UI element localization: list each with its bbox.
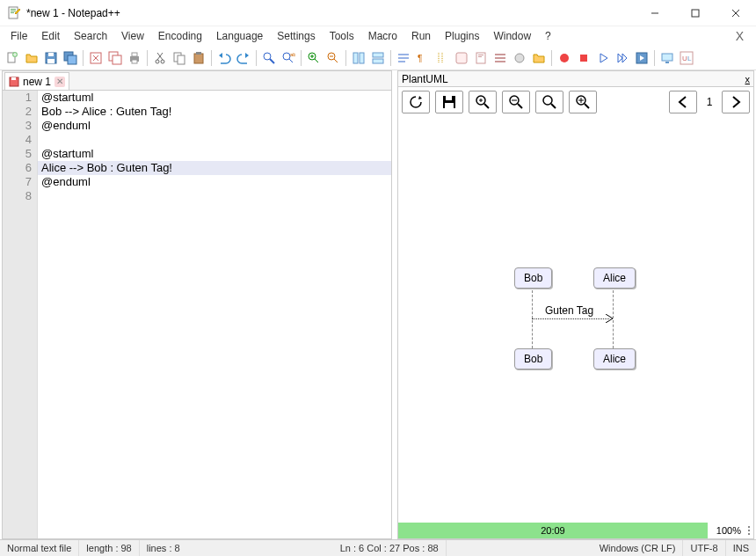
svg-rect-14 (47, 59, 55, 63)
close-button[interactable] (716, 0, 756, 26)
status-eol: Windows (CR LF) (592, 540, 684, 556)
menu-macro[interactable]: Macro (361, 28, 404, 44)
monitor-icon[interactable] (658, 49, 676, 67)
svg-rect-45 (353, 53, 358, 63)
code-editor[interactable]: 12345678 @startumlBob --> Alice : Guten … (3, 91, 391, 538)
udl-icon[interactable] (453, 49, 470, 67)
menu-close-x[interactable]: X (727, 29, 752, 43)
doc-map-icon[interactable] (472, 49, 490, 67)
find-icon[interactable] (260, 49, 278, 67)
svg-line-34 (270, 59, 274, 63)
all-chars-icon[interactable]: ¶ (414, 49, 432, 67)
menu-encoding[interactable]: Encoding (151, 28, 209, 44)
svg-rect-5 (692, 10, 699, 17)
sync-h-icon[interactable] (369, 49, 387, 67)
diagram-preview[interactable]: Bob Alice Guten Tag Bob Alice (398, 117, 753, 523)
toolbar: ab ¶ UL (0, 46, 756, 70)
svg-point-33 (264, 53, 271, 60)
menu-file[interactable]: File (4, 28, 34, 44)
refresh-button[interactable] (402, 91, 430, 113)
record-macro-icon[interactable] (556, 49, 573, 67)
menu-run[interactable]: Run (404, 28, 438, 44)
svg-rect-21 (113, 55, 121, 64)
plantuml-panel: PlantUML x 1 Bob Alice Guten Tag (397, 70, 754, 539)
tab-new1[interactable]: new 1 ✕ (4, 72, 69, 90)
menu-view[interactable]: View (114, 28, 151, 44)
undo-icon[interactable] (215, 49, 233, 67)
open-file-icon[interactable] (23, 49, 40, 67)
zoom-out-icon[interactable] (324, 49, 342, 67)
page-number: 1 (702, 96, 716, 108)
zoom-in-icon[interactable] (305, 49, 323, 67)
save-diagram-button[interactable] (435, 91, 463, 113)
zoom-fit-button[interactable] (469, 91, 497, 113)
progress-bar: 20:09 100% (398, 523, 753, 538)
line-gutter: 12345678 (3, 91, 38, 538)
play-multi-icon[interactable] (614, 49, 631, 67)
svg-line-44 (334, 59, 338, 62)
menu-search[interactable]: Search (67, 28, 114, 44)
close-file-icon[interactable] (87, 49, 105, 67)
svg-rect-75 (445, 103, 454, 108)
close-all-icon[interactable] (106, 49, 124, 67)
svg-point-63 (560, 54, 569, 62)
unsaved-icon (9, 77, 19, 87)
save-icon[interactable] (42, 49, 60, 67)
menu-tools[interactable]: Tools (323, 28, 361, 44)
code-area[interactable]: @startumlBob --> Alice : Guten Tag!@endu… (38, 91, 391, 538)
play-macro-icon[interactable] (594, 49, 612, 67)
func-list-icon[interactable] (511, 49, 528, 67)
save-macro-icon[interactable] (633, 49, 651, 67)
redo-icon[interactable] (235, 49, 252, 67)
svg-rect-32 (196, 52, 201, 55)
replace-icon[interactable]: ab (280, 49, 297, 67)
svg-point-62 (515, 54, 524, 62)
svg-rect-64 (580, 55, 587, 62)
panel-toolbar: 1 (398, 87, 753, 117)
menu-settings[interactable]: Settings (270, 28, 322, 44)
minimize-button[interactable] (635, 0, 675, 26)
new-file-icon[interactable] (4, 49, 21, 67)
menu-window[interactable]: Window (486, 28, 538, 44)
progress-fill: 20:09 (398, 523, 708, 538)
actor-box: Alice (593, 348, 636, 369)
svg-rect-56 (476, 53, 485, 63)
svg-line-81 (518, 104, 522, 108)
svg-line-84 (551, 104, 556, 108)
maximize-button[interactable] (675, 0, 716, 26)
tab-close-icon[interactable]: ✕ (55, 77, 65, 87)
menu-bar: File Edit Search View Encoding Language … (0, 26, 756, 46)
svg-rect-55 (456, 53, 467, 63)
next-page-button[interactable] (722, 91, 750, 113)
actor-box: Bob (514, 348, 552, 369)
stop-macro-icon[interactable] (575, 49, 592, 67)
plantuml-icon[interactable]: UL (678, 49, 695, 67)
menu-help[interactable]: ? (538, 28, 558, 44)
cut-icon[interactable] (151, 49, 169, 67)
panel-close-icon[interactable]: x (745, 74, 751, 84)
tab-label: new 1 (23, 76, 51, 88)
svg-rect-57 (478, 55, 483, 55)
menu-plugins[interactable]: Plugins (438, 28, 486, 44)
folder-workspace-icon[interactable] (530, 49, 548, 67)
menu-edit[interactable]: Edit (34, 28, 67, 44)
print-icon[interactable] (126, 49, 143, 67)
doc-list-icon[interactable] (491, 49, 509, 67)
save-all-icon[interactable] (62, 49, 79, 67)
wordwrap-icon[interactable] (395, 49, 412, 67)
status-lines: lines : 8 (140, 540, 187, 556)
svg-point-83 (543, 96, 552, 105)
svg-rect-59 (495, 54, 505, 55)
sync-v-icon[interactable] (350, 49, 367, 67)
menu-language[interactable]: Language (209, 28, 270, 44)
actor-box: Bob (514, 267, 552, 289)
zoom-in-button[interactable] (569, 91, 597, 113)
copy-icon[interactable] (171, 49, 188, 67)
zoom-out-button[interactable] (502, 91, 530, 113)
prev-page-button[interactable] (669, 91, 697, 113)
paste-icon[interactable] (190, 49, 207, 67)
zoom-reset-button[interactable] (535, 91, 563, 113)
indent-guide-icon[interactable] (433, 49, 451, 67)
svg-rect-67 (665, 62, 669, 63)
window-title: *new 1 - Notepad++ (26, 7, 120, 19)
